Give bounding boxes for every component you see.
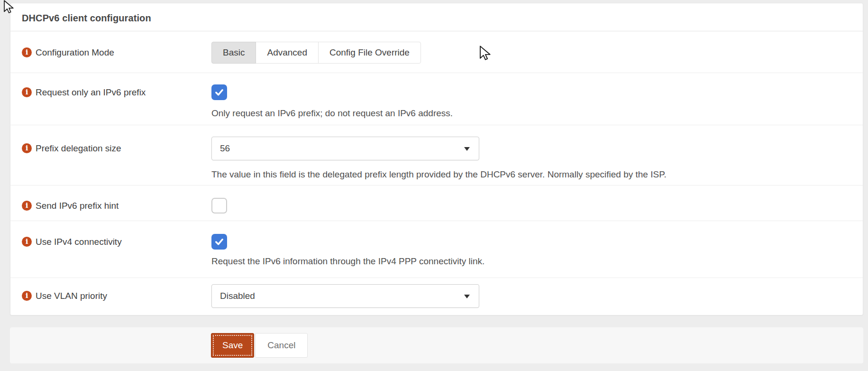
info-circle-icon[interactable]: i [22, 143, 32, 153]
row-use-vlan-priority: i Use VLAN priority Disabled [10, 278, 863, 316]
info-circle-icon[interactable]: i [22, 201, 32, 211]
prefix-size-label: Prefix delegation size [36, 142, 121, 155]
prefix-hint-control [211, 186, 863, 221]
vlan-priority-control: Disabled [211, 278, 863, 316]
vlan-priority-label-group: i Use VLAN priority [10, 278, 211, 316]
vlan-priority-label: Use VLAN priority [36, 290, 107, 302]
row-send-ipv6-prefix-hint: i Send IPv6 prefix hint [10, 186, 863, 221]
configuration-mode-label: Configuration Mode [36, 46, 114, 59]
check-icon [214, 87, 225, 98]
row-request-only-ipv6-prefix: i Request only an IPv6 prefix Only reque… [10, 73, 863, 125]
request-prefix-checkbox[interactable] [211, 84, 227, 100]
row-prefix-delegation-size: i Prefix delegation size 56 The value in… [10, 125, 863, 186]
configuration-mode-label-group: i Configuration Mode [10, 31, 211, 73]
prefix-delegation-size-select[interactable]: 56 [211, 137, 479, 160]
request-prefix-help-text: Only request an IPv6 prefix; do not requ… [211, 108, 863, 119]
prefix-hint-label-group: i Send IPv6 prefix hint [10, 186, 211, 221]
check-icon [214, 236, 225, 247]
ipv4-connectivity-help-text: Request the IPv6 information through the… [211, 256, 863, 267]
vlan-priority-selected-value: Disabled [220, 291, 255, 301]
configuration-mode-button-group: Basic Advanced Config File Override [211, 42, 421, 64]
request-prefix-control: Only request an IPv6 prefix; do not requ… [211, 73, 863, 125]
info-circle-icon[interactable]: i [22, 237, 32, 247]
panel-title: DHCPv6 client configuration [10, 3, 863, 31]
vlan-priority-select[interactable]: Disabled [211, 284, 479, 308]
save-button[interactable]: Save [211, 333, 254, 358]
prefix-size-label-group: i Prefix delegation size [10, 125, 211, 185]
prefix-size-control: 56 The value in this field is the delega… [211, 125, 863, 185]
info-circle-icon[interactable]: i [22, 87, 32, 97]
ipv4-connectivity-label: Use IPv4 connectivity [36, 236, 122, 248]
ipv4-connectivity-label-group: i Use IPv4 connectivity [10, 221, 211, 278]
info-circle-icon[interactable]: i [22, 47, 32, 57]
cancel-button[interactable]: Cancel [255, 333, 308, 358]
mode-config-file-override-button[interactable]: Config File Override [318, 42, 421, 64]
caret-down-icon [464, 295, 470, 298]
prefix-size-selected-value: 56 [220, 143, 230, 154]
prefix-size-help-text: The value in this field is the delegated… [211, 169, 863, 180]
ipv4-connectivity-control: Request the IPv6 information through the… [211, 221, 863, 278]
dhcpv6-config-panel: DHCPv6 client configuration i Configurat… [10, 3, 863, 315]
row-use-ipv4-connectivity: i Use IPv4 connectivity Request the IPv6… [10, 221, 863, 278]
mode-advanced-button[interactable]: Advanced [256, 42, 319, 64]
configuration-mode-control: Basic Advanced Config File Override [211, 31, 863, 73]
ipv4-connectivity-checkbox[interactable] [211, 234, 227, 250]
caret-down-icon [464, 147, 470, 151]
mode-basic-button[interactable]: Basic [211, 42, 256, 64]
info-circle-icon[interactable]: i [22, 291, 32, 301]
prefix-hint-checkbox[interactable] [211, 198, 227, 213]
form-action-bar: Save Cancel [10, 327, 863, 363]
request-prefix-label-group: i Request only an IPv6 prefix [10, 73, 211, 125]
dhcpv6-client-configuration-page: DHCPv6 client configuration i Configurat… [0, 0, 868, 371]
request-prefix-label: Request only an IPv6 prefix [36, 86, 146, 99]
row-configuration-mode: i Configuration Mode Basic Advanced Conf… [10, 31, 863, 73]
prefix-hint-label: Send IPv6 prefix hint [36, 200, 119, 212]
